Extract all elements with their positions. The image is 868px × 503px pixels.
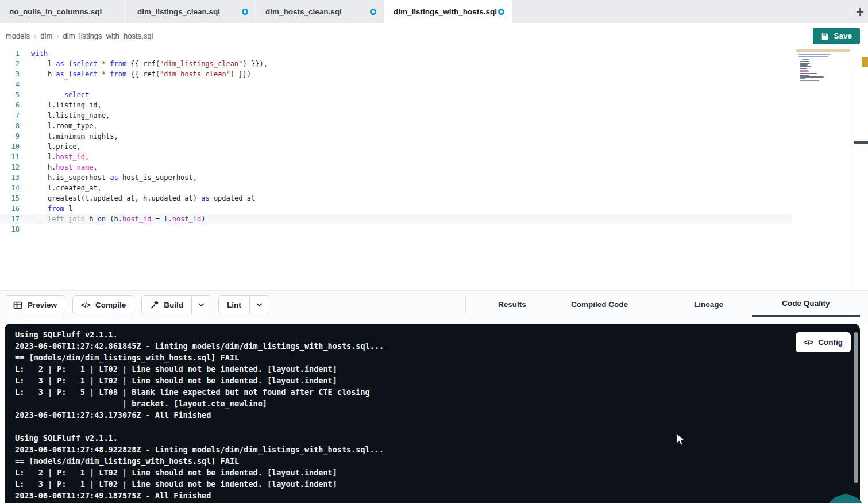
minimap-line	[800, 68, 807, 69]
editor-tab-1[interactable]: dim_listings_clean.sql	[128, 0, 256, 23]
lint-button-group: Lint	[218, 295, 269, 314]
editor-scrollbar-thumb[interactable]	[854, 141, 868, 144]
breadcrumb-separator-icon: ›	[34, 32, 36, 40]
code-line-16[interactable]: 16 from l	[0, 203, 793, 214]
help-bubble-button[interactable]	[825, 494, 866, 503]
compile-button[interactable]: </>Compile	[73, 296, 134, 314]
code-line-8[interactable]: 8 l.room_type,	[0, 121, 793, 131]
code-line-12[interactable]: 12 h.host_name,	[0, 162, 793, 172]
code-line-3[interactable]: 3 h as (select * from {{ ref("dim_hosts_…	[0, 69, 793, 79]
unsaved-changes-icon	[498, 9, 504, 15]
lint-button[interactable]: Lint	[219, 296, 249, 314]
code-line-17[interactable]: 17 left join h on (h.host_id = l.host_id…	[0, 214, 793, 224]
code-line-6[interactable]: 6 l.listing_id,	[0, 100, 793, 110]
minimap-line	[800, 75, 809, 76]
code-line-text: l.room_type,	[31, 121, 98, 131]
code-line-15[interactable]: 15 greatest(l.updated_at, h.updated_at) …	[0, 193, 793, 203]
code-line-1[interactable]: 1with	[0, 48, 793, 59]
code-line-text: l.listing_id,	[31, 100, 102, 110]
code-line-4[interactable]: 4	[0, 79, 793, 90]
minimap-line	[800, 71, 809, 72]
line-number: 12	[0, 162, 20, 172]
save-icon	[821, 32, 829, 40]
breadcrumb-segment-0[interactable]: models	[6, 32, 30, 40]
minimap-highlight-band	[796, 49, 850, 52]
line-number: 16	[0, 203, 20, 214]
config-button-label: Config	[818, 338, 843, 347]
lint-button-label: Lint	[227, 301, 241, 309]
minimap-line	[800, 70, 808, 71]
code-line-text: greatest(l.updated_at, h.updated_at) as …	[31, 193, 255, 203]
line-number: 1	[0, 48, 20, 59]
minimap-line	[800, 61, 809, 62]
line-number: 14	[0, 183, 20, 193]
line-number: 15	[0, 193, 20, 203]
code-line-18[interactable]: 18	[0, 224, 793, 235]
save-button[interactable]: Save	[813, 28, 860, 44]
code-icon: </>	[804, 339, 813, 347]
line-number: 3	[0, 69, 20, 79]
breadcrumb-segment-2[interactable]: dim_listings_with_hosts.sql	[63, 32, 153, 40]
code-editor[interactable]: 1with2 l as (select * from {{ ref("dim_l…	[0, 48, 868, 290]
build-dropdown-button[interactable]	[191, 296, 211, 314]
preview-button[interactable]: Preview	[5, 296, 65, 314]
tab-strip: no_nulls_in_columns.sqldim_listings_clea…	[0, 0, 512, 23]
code-line-text: h.host_name,	[31, 162, 98, 172]
minimap-line	[800, 66, 811, 67]
minimap-line	[800, 73, 817, 74]
toolbar-buttons: Preview</>CompileBuildLint	[5, 295, 269, 314]
minimap[interactable]	[796, 49, 851, 82]
code-line-5[interactable]: 5 select	[0, 90, 793, 100]
minimap-line	[800, 76, 824, 78]
dbt-ide-window: no_nulls_in_columns.sqldim_listings_clea…	[0, 0, 868, 503]
preview-button-group: Preview	[5, 295, 65, 314]
tab-compiled-code[interactable]: Compiled Code	[571, 291, 628, 317]
tab-code-quality[interactable]: Code Quality	[752, 291, 860, 317]
line-number: 18	[0, 224, 20, 235]
breadcrumb-segment-1[interactable]: dim	[40, 32, 52, 40]
editor-tab-0[interactable]: no_nulls_in_columns.sql	[0, 0, 128, 23]
minimap-line	[800, 64, 808, 66]
editor-tab-label: dim_listings_with_hosts.sql	[394, 7, 497, 16]
line-number: 13	[0, 172, 20, 183]
action-toolbar: Preview</>CompileBuildLint ResultsCompil…	[0, 290, 868, 324]
code-line-14[interactable]: 14 l.created_at,	[0, 183, 793, 193]
editor-right-divider	[852, 49, 852, 287]
editor-tab-label: no_nulls_in_columns.sql	[9, 7, 102, 16]
code-line-text: l.price,	[31, 141, 81, 152]
line-number: 11	[0, 152, 20, 162]
line-number: 7	[0, 110, 20, 121]
line-number: 2	[0, 59, 20, 69]
line-number: 8	[0, 121, 20, 131]
editor-tab-label: dim_hosts_clean.sql	[265, 7, 342, 16]
code-line-9[interactable]: 9 l.minimum_nights,	[0, 131, 793, 141]
tabbar-divider	[851, 3, 851, 20]
code-line-text: l as (select * from {{ ref("dim_listings…	[31, 59, 268, 69]
code-line-text: from l	[31, 203, 72, 214]
code-line-10[interactable]: 10 l.price,	[0, 141, 793, 152]
new-tab-button[interactable]: +	[852, 0, 868, 23]
tab-results[interactable]: Results	[498, 291, 526, 317]
code-line-text: with	[31, 48, 48, 59]
code-line-11[interactable]: 11 l.host_id,	[0, 152, 793, 162]
compile-button-label: Compile	[95, 301, 126, 309]
build-button-group: Build	[141, 295, 211, 314]
code-line-2[interactable]: 2 l as (select * from {{ ref("dim_listin…	[0, 59, 793, 69]
lint-dropdown-button[interactable]	[249, 296, 269, 314]
terminal-scrollbar-thumb[interactable]	[854, 332, 858, 483]
editor-tab-3[interactable]: dim_listings_with_hosts.sql	[384, 0, 512, 23]
unsaved-changes-icon	[242, 9, 248, 15]
editor-tab-2[interactable]: dim_hosts_clean.sql	[256, 0, 384, 23]
code-line-text: h.is_superhost as host_is_superhost,	[31, 172, 197, 183]
build-button[interactable]: Build	[142, 296, 191, 314]
code-line-text: l.listing_name,	[31, 110, 110, 121]
chevron-down-icon	[256, 301, 263, 309]
minimap-line	[802, 59, 809, 60]
chevron-down-icon	[198, 301, 205, 309]
tab-lineage[interactable]: Lineage	[694, 291, 723, 317]
minimap-line	[800, 78, 805, 79]
config-button[interactable]: </> Config	[796, 332, 851, 352]
line-number: 17	[0, 214, 20, 224]
code-line-13[interactable]: 13 h.is_superhost as host_is_superhost,	[0, 172, 793, 183]
code-line-7[interactable]: 7 l.listing_name,	[0, 110, 793, 121]
